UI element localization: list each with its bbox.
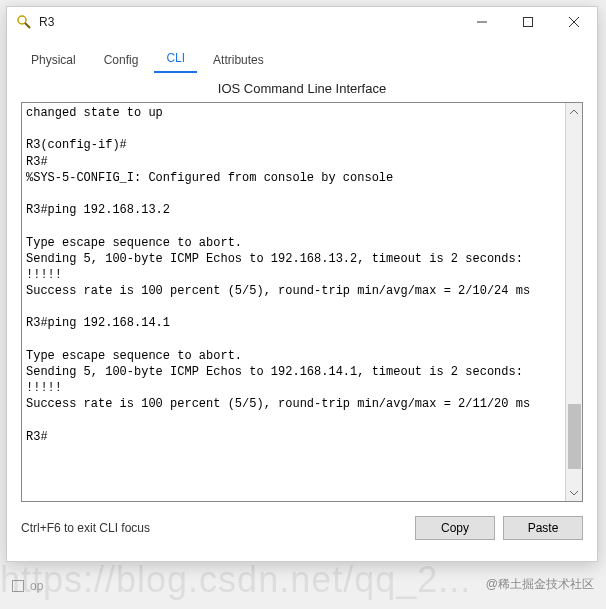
tab-cli[interactable]: CLI	[154, 45, 197, 73]
terminal-container: changed state to up R3(config-if)# R3# %…	[21, 102, 583, 502]
window-title: R3	[39, 15, 459, 29]
tab-config[interactable]: Config	[92, 47, 151, 73]
scroll-up-icon[interactable]	[566, 103, 582, 120]
svg-line-1	[25, 23, 30, 28]
app-icon	[15, 13, 33, 31]
watermark-check-label: op	[30, 579, 43, 593]
scroll-down-icon[interactable]	[566, 484, 582, 501]
svg-point-0	[18, 16, 26, 24]
hint-text: Ctrl+F6 to exit CLI focus	[21, 521, 407, 535]
watermark-checkbox: op	[12, 579, 43, 593]
maximize-button[interactable]	[505, 7, 551, 37]
app-window: R3 Physical Config CLI Attributes IOS Co…	[6, 6, 598, 562]
window-controls	[459, 7, 597, 37]
title-bar: R3	[7, 7, 597, 37]
footer-bar: Ctrl+F6 to exit CLI focus Copy Paste	[7, 502, 597, 554]
close-button[interactable]	[551, 7, 597, 37]
section-title: IOS Command Line Interface	[7, 73, 597, 102]
scrollbar[interactable]	[565, 103, 582, 501]
tab-physical[interactable]: Physical	[19, 47, 88, 73]
scroll-track[interactable]	[566, 120, 582, 484]
svg-rect-3	[524, 18, 533, 27]
minimize-button[interactable]	[459, 7, 505, 37]
tab-bar: Physical Config CLI Attributes	[7, 37, 597, 73]
checkbox-icon	[12, 580, 24, 592]
tab-attributes[interactable]: Attributes	[201, 47, 276, 73]
cli-terminal[interactable]: changed state to up R3(config-if)# R3# %…	[22, 103, 582, 501]
watermark-text: @稀土掘金技术社区	[486, 576, 594, 593]
copy-button[interactable]: Copy	[415, 516, 495, 540]
paste-button[interactable]: Paste	[503, 516, 583, 540]
scroll-thumb[interactable]	[568, 404, 581, 470]
